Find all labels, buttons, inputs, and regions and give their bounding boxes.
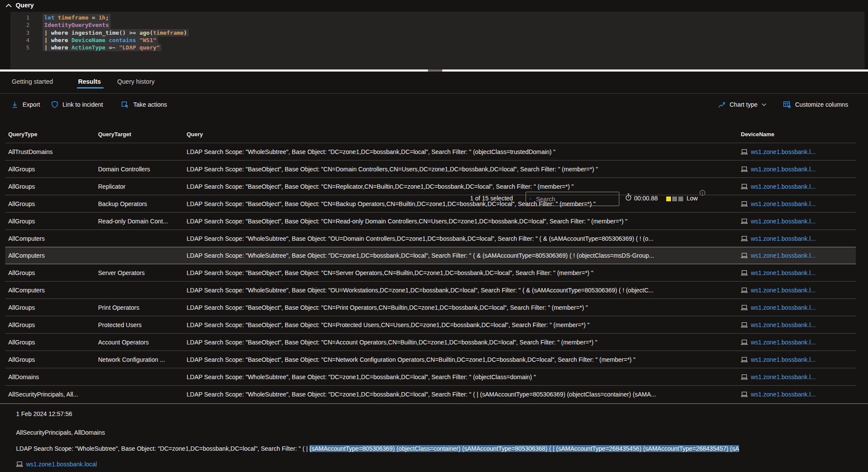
code-line-text: | where ActionType =~ "LDAP query"	[43, 44, 161, 51]
code-token: IdentityQueryEvents	[44, 22, 109, 28]
query-panel-header: Query	[0, 0, 868, 12]
chevron-down-icon	[762, 103, 766, 106]
cell-querytarget: Server Operators	[98, 269, 187, 276]
detail-query-text: LDAP Search Scope: "WholeSubtree", Base …	[16, 445, 856, 452]
table-row[interactable]: AllComputersLDAP Search Scope: "WholeSub…	[5, 247, 856, 264]
cell-querytarget: Protected Users	[98, 321, 187, 328]
laptop-icon	[741, 201, 748, 207]
table-row[interactable]: AllTrustDomainsLDAP Search Scope: "Whole…	[5, 143, 856, 161]
cell-devicename: ws1.zone1.bossbank.l...	[741, 252, 856, 259]
table-row[interactable]: AllGroupsAccount OperatorsLDAP Search Sc…	[5, 334, 856, 351]
table-row[interactable]: AllGroupsDomain ControllersLDAP Search S…	[5, 161, 856, 178]
cell-query: LDAP Search Scope: "BaseObject", Base Ob…	[187, 304, 741, 311]
tab-results[interactable]: Results	[78, 78, 101, 85]
chart-type-label: Chart type	[730, 101, 758, 108]
device-link[interactable]: ws1.zone1.bossbank.l...	[751, 218, 815, 225]
splitter-thumb[interactable]	[428, 69, 442, 72]
cell-querytype: AllGroups	[8, 200, 98, 207]
customize-columns-button[interactable]: Customize columns	[783, 94, 848, 115]
results-tabbar: Getting started Results Query history	[0, 74, 868, 94]
device-link[interactable]: ws1.zone1.bossbank.l...	[751, 166, 815, 173]
collapse-query-icon[interactable]	[5, 3, 12, 8]
active-tab-underline	[77, 87, 104, 88]
cell-devicename: ws1.zone1.bossbank.l...	[741, 148, 856, 155]
table-row[interactable]: AllGroupsBackup OperatorsLDAP Search Sco…	[5, 195, 856, 213]
code-line-text: IdentityQueryEvents	[43, 21, 111, 29]
cell-devicename: ws1.zone1.bossbank.l...	[741, 166, 856, 173]
device-link[interactable]: ws1.zone1.bossbank.l...	[751, 339, 815, 346]
table-row[interactable]: AllComputersLDAP Search Scope: "WholeSub…	[5, 282, 856, 299]
code-line: 4| where DeviceName contains "WS1"	[10, 36, 865, 44]
device-link[interactable]: ws1.zone1.bossbank.l...	[751, 200, 815, 207]
table-row[interactable]: AllSecurityPrincipals, All...LDAP Search…	[5, 386, 856, 403]
cell-querytarget: Backup Operators	[98, 200, 187, 207]
tab-query-history[interactable]: Query history	[117, 78, 155, 85]
detail-timestamp: 1 Feb 2024 12:57:56	[16, 410, 72, 417]
cell-query: LDAP Search Scope: "WholeSubtree", Base …	[187, 252, 741, 259]
cell-devicename: ws1.zone1.bossbank.l...	[741, 235, 856, 242]
code-token: ActionType	[72, 44, 105, 51]
device-link[interactable]: ws1.zone1.bossbank.l...	[751, 356, 815, 363]
code-token: )	[184, 30, 187, 36]
laptop-icon	[741, 357, 748, 363]
cell-devicename: ws1.zone1.bossbank.l...	[741, 391, 856, 398]
cell-querytype: AllGroups	[8, 321, 98, 328]
device-link[interactable]: ws1.zone1.bossbank.l...	[751, 391, 815, 398]
cell-devicename: ws1.zone1.bossbank.l...	[741, 321, 856, 328]
chart-type-icon	[718, 101, 726, 108]
cell-query: LDAP Search Scope: "WholeSubtree", Base …	[187, 235, 741, 242]
laptop-icon	[741, 374, 748, 380]
device-link[interactable]: ws1.zone1.bossbank.l...	[751, 304, 815, 311]
line-number: 5	[10, 44, 30, 51]
line-number: 4	[10, 36, 30, 44]
link-to-incident-label: Link to incident	[62, 101, 103, 108]
cell-query: LDAP Search Scope: "BaseObject", Base Ob…	[187, 321, 741, 328]
laptop-icon	[741, 149, 748, 155]
laptop-icon	[741, 184, 748, 190]
table-row[interactable]: AllGroupsProtected UsersLDAP Search Scop…	[5, 316, 856, 334]
column-header-query[interactable]: Query	[187, 131, 741, 138]
device-link[interactable]: ws1.zone1.bossbank.l...	[751, 269, 815, 276]
query-editor[interactable]: 1let timeframe = 1h;2IdentityQueryEvents…	[10, 12, 865, 69]
link-to-incident-button[interactable]: Link to incident	[51, 94, 103, 115]
customize-columns-icon	[783, 101, 791, 108]
tab-getting-started[interactable]: Getting started	[12, 78, 53, 85]
take-actions-button[interactable]: Take actions	[121, 94, 167, 115]
table-row[interactable]: AllDomainsLDAP Search Scope: "WholeSubtr…	[5, 368, 856, 386]
cell-querytarget: Print Operators	[98, 304, 187, 311]
column-header-querytype[interactable]: QueryType	[8, 131, 98, 138]
results-table-body: AllTrustDomainsLDAP Search Scope: "Whole…	[5, 143, 856, 403]
advanced-hunting-page: Query 1let timeframe = 1h;2IdentityQuery…	[0, 0, 868, 472]
table-row[interactable]: AllComputersLDAP Search Scope: "WholeSub…	[5, 230, 856, 247]
device-link[interactable]: ws1.zone1.bossbank.l...	[751, 287, 815, 294]
device-link[interactable]: ws1.zone1.bossbank.l...	[751, 321, 815, 328]
device-link[interactable]: ws1.zone1.bossbank.l...	[751, 252, 815, 259]
editor-splitter[interactable]	[0, 69, 868, 72]
cell-query: LDAP Search Scope: "WholeSubtree", Base …	[187, 391, 741, 398]
table-row[interactable]: AllGroupsReplicatorLDAP Search Scope: "B…	[5, 178, 856, 195]
table-row[interactable]: AllGroupsRead-only Domain Cont...LDAP Se…	[5, 213, 856, 230]
shield-icon	[51, 101, 59, 108]
cell-querytype: AllGroups	[8, 269, 98, 276]
line-number: 1	[10, 14, 30, 21]
cell-querytarget: Network Configuration ...	[98, 356, 187, 363]
column-header-devicename[interactable]: DeviceName	[741, 131, 856, 138]
line-number: 3	[10, 29, 30, 36]
code-line: 2IdentityQueryEvents	[10, 21, 865, 29]
table-row[interactable]: AllGroupsPrint OperatorsLDAP Search Scop…	[5, 299, 856, 316]
code-line: 1let timeframe = 1h;	[10, 14, 865, 21]
device-link[interactable]: ws1.zone1.bossbank.l...	[751, 235, 815, 242]
device-link[interactable]: ws1.zone1.bossbank.local	[26, 461, 97, 468]
export-button[interactable]: Export	[11, 94, 40, 115]
device-link[interactable]: ws1.zone1.bossbank.l...	[751, 183, 815, 190]
column-header-querytarget[interactable]: QueryTarget	[98, 131, 187, 138]
chart-type-button[interactable]: Chart type	[718, 94, 766, 115]
device-link[interactable]: ws1.zone1.bossbank.l...	[751, 148, 815, 155]
cell-devicename: ws1.zone1.bossbank.l...	[741, 183, 856, 190]
detail-query-prefix: LDAP Search Scope: "WholeSubtree", Base …	[16, 445, 309, 452]
device-link[interactable]: ws1.zone1.bossbank.l...	[751, 374, 815, 380]
table-row[interactable]: AllGroupsNetwork Configuration ...LDAP S…	[5, 351, 856, 368]
table-row[interactable]: AllGroupsServer OperatorsLDAP Search Sco…	[5, 264, 856, 282]
code-token: where	[51, 37, 68, 43]
laptop-icon	[741, 252, 748, 259]
